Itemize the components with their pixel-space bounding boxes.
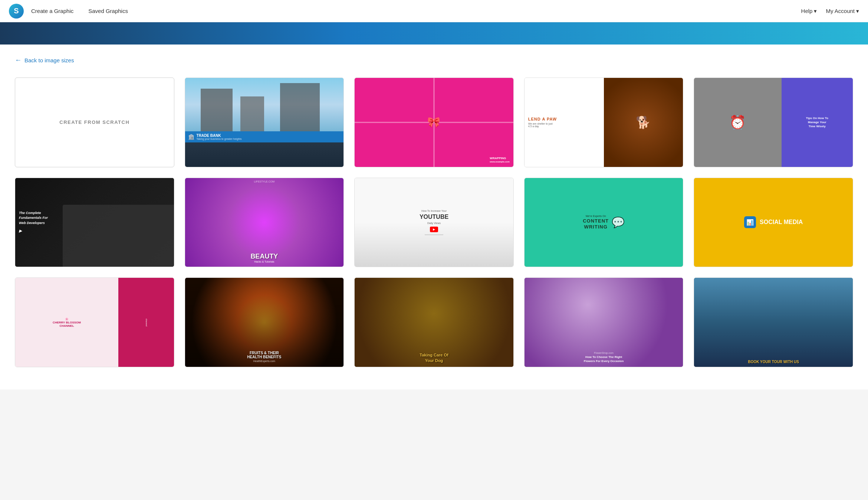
hero-banner bbox=[0, 22, 868, 45]
main-nav: Create a Graphic Saved Graphics bbox=[31, 8, 801, 14]
saved-graphics-nav[interactable]: Saved Graphics bbox=[88, 8, 128, 14]
template-preview: LIFESTYLE.COM BEAUTY Hacks & Tutorials bbox=[185, 178, 344, 267]
back-arrow-icon: ← bbox=[15, 56, 22, 64]
template-preview: How To Increase Your YOUTUBE Daily Views… bbox=[355, 178, 513, 267]
template-card-content-writing[interactable]: We're Experts On CONTENTWRITING 💬 bbox=[524, 178, 684, 267]
header-right: Help ▾ My Account ▾ bbox=[801, 8, 859, 14]
header: S Create a Graphic Saved Graphics Help ▾… bbox=[0, 0, 868, 22]
template-preview: 🌸CHERRY BLOSSOMCHANNEL channel bbox=[15, 278, 174, 367]
template-preview: 🏛️ TRADE BANK Taking your business to gr… bbox=[185, 78, 344, 167]
main-content: ← Back to image sizes CREATE FROM SCRATC… bbox=[0, 45, 868, 389]
template-card-book-tour[interactable]: BOOK YOUR TOUR WITH US bbox=[694, 277, 853, 367]
create-graphic-nav[interactable]: Create a Graphic bbox=[31, 8, 73, 14]
templates-grid: CREATE FROM SCRATCH 🏛️ TRADE BANK Taking… bbox=[15, 78, 853, 367]
template-preview: We're Experts On CONTENTWRITING 💬 bbox=[525, 178, 683, 267]
template-preview: FlowerShop.com How To Choose The RightFl… bbox=[525, 278, 683, 367]
template-card-trade-bank[interactable]: 🏛️ TRADE BANK Taking your business to gr… bbox=[185, 78, 344, 167]
template-card-web-developers[interactable]: The Complete Fundamentals For Web Develo… bbox=[15, 178, 174, 267]
template-card-beauty[interactable]: LIFESTYLE.COM BEAUTY Hacks & Tutorials bbox=[185, 178, 344, 267]
template-card-youtube[interactable]: How To Increase Your YOUTUBE Daily Views… bbox=[354, 178, 514, 267]
template-card-lend-a-paw[interactable]: LEND A PAW We are shelter to just4.5 a d… bbox=[524, 78, 684, 167]
template-preview: BOOK YOUR TOUR WITH US bbox=[694, 278, 853, 367]
scratch-label: CREATE FROM SCRATCH bbox=[59, 119, 129, 125]
template-card-wrapping[interactable]: 🎀 WRAPPINGwww.example.com bbox=[354, 78, 514, 167]
help-menu[interactable]: Help ▾ bbox=[801, 8, 817, 14]
template-card-social-media[interactable]: 📊 SOCIAL MEDIA bbox=[694, 178, 853, 267]
template-preview: ⏰ Tips On How ToManage YourTime Wisely bbox=[694, 78, 853, 167]
my-account-menu[interactable]: My Account ▾ bbox=[826, 8, 859, 14]
back-link-text: Back to image sizes bbox=[24, 57, 74, 63]
bow-icon: 🎀 bbox=[427, 116, 440, 128]
template-card-flowers[interactable]: FlowerShop.com How To Choose The RightFl… bbox=[524, 277, 684, 367]
account-caret: ▾ bbox=[856, 8, 859, 14]
template-preview: Taking Care OfYour Dog bbox=[355, 278, 513, 367]
logo-avatar: S bbox=[9, 4, 24, 19]
template-preview: 📊 SOCIAL MEDIA bbox=[694, 178, 853, 267]
template-card-fruits[interactable]: FRUITS & THEIRHEALTH BENEFITS HealthExpe… bbox=[185, 277, 344, 367]
template-card-taking-care-dog[interactable]: Taking Care OfYour Dog bbox=[354, 277, 514, 367]
template-preview: The Complete Fundamentals For Web Develo… bbox=[15, 178, 174, 267]
help-caret: ▾ bbox=[814, 8, 817, 14]
template-preview: 🎀 WRAPPINGwww.example.com bbox=[355, 78, 513, 167]
create-from-scratch-card[interactable]: CREATE FROM SCRATCH bbox=[15, 78, 174, 167]
template-preview: LEND A PAW We are shelter to just4.5 a d… bbox=[525, 78, 683, 167]
wrap-label: WRAPPINGwww.example.com bbox=[490, 157, 509, 163]
template-card-time-management[interactable]: ⏰ Tips On How ToManage YourTime Wisely bbox=[694, 78, 853, 167]
template-card-cherry-blossom[interactable]: 🌸CHERRY BLOSSOMCHANNEL channel bbox=[15, 277, 174, 367]
back-to-image-sizes-link[interactable]: ← Back to image sizes bbox=[15, 56, 74, 64]
template-preview: FRUITS & THEIRHEALTH BENEFITS HealthExpe… bbox=[185, 278, 344, 367]
